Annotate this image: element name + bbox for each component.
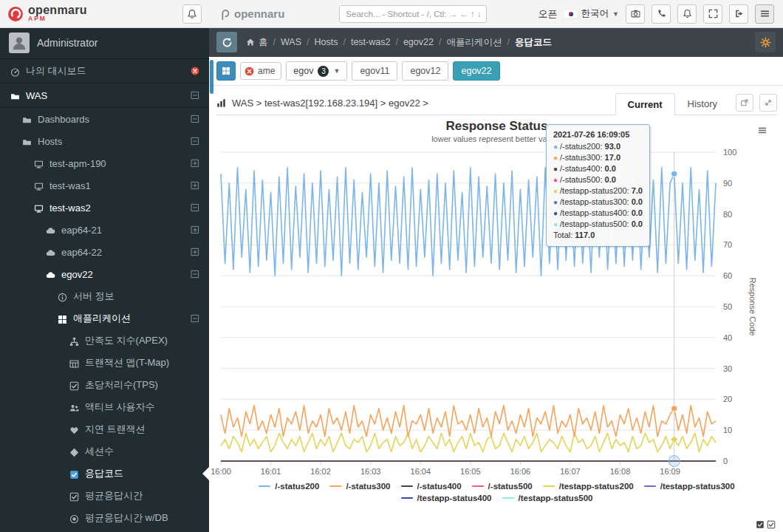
home-icon	[246, 38, 255, 47]
language-selector[interactable]: 한국어 ▼	[564, 7, 619, 20]
plus-square-icon[interactable]	[191, 225, 199, 234]
sidebar-item-만족도-지수(apex)[interactable]: 만족도 지수(APEX)	[0, 330, 209, 352]
expand-icon[interactable]	[191, 159, 199, 168]
legend-swatch	[543, 485, 555, 487]
opennaru-logo[interactable]: opennaru	[218, 7, 284, 21]
search-input[interactable]	[339, 5, 487, 23]
chart[interactable]: Response Status lower values represent b…	[216, 115, 777, 531]
notifications-button[interactable]	[677, 4, 697, 24]
breadcrumb-item-홈[interactable]: 홈	[246, 36, 268, 49]
instance-button-egov22[interactable]: egov22	[453, 61, 499, 81]
sidebar-item-label: test-was1	[49, 180, 91, 191]
collapse-icon[interactable]	[191, 203, 199, 212]
fullscreen-button[interactable]	[703, 4, 722, 24]
breadcrumb-item-egov22[interactable]: egov22	[403, 37, 434, 47]
panel-check-icon[interactable]	[756, 517, 765, 531]
breadcrumb-item-응답코드: 응답코드	[515, 36, 552, 49]
open-link[interactable]: 오픈	[538, 7, 558, 21]
legend-item--status300[interactable]: /-status300	[329, 482, 390, 491]
opennaru-logo-icon	[218, 7, 231, 21]
sidebar-item-was[interactable]: WAS	[0, 83, 209, 108]
instance-button-egov12[interactable]: egov12	[402, 61, 448, 81]
breadcrumb-item-was[interactable]: WAS	[281, 37, 301, 47]
plus-square-icon[interactable]	[191, 248, 199, 256]
legend-item--testapp-status400[interactable]: /testapp-status400	[401, 494, 492, 502]
tab-history[interactable]: History	[675, 92, 730, 115]
minus-square-icon[interactable]	[191, 270, 199, 279]
sidebar-item-서버-정보[interactable]: 서버 정보	[0, 285, 209, 307]
sidebar-item-eap64-21[interactable]: eap64-21	[0, 219, 209, 241]
tab-current[interactable]: Current	[615, 93, 675, 115]
sidebar-item-애플리케이션[interactable]: 애플리케이션	[0, 307, 209, 330]
legend-item--testapp-status200[interactable]: /testapp-status200	[543, 482, 634, 491]
sidebar-item-egov22[interactable]: egov22	[0, 263, 209, 285]
sidebar-notifications-button[interactable]	[182, 4, 202, 24]
legend-item--testapp-status300[interactable]: /testapp-status300	[644, 482, 735, 491]
sidebar-item-세션수[interactable]: 세션수	[0, 440, 209, 463]
svg-text:16:04: 16:04	[411, 467, 431, 476]
sidebar-item-나의-대시보드[interactable]: 나의 대시보드	[0, 59, 209, 83]
panel-checkbox-icon[interactable]	[767, 517, 776, 531]
openmaru-logo[interactable]: openmaru APM	[7, 5, 87, 22]
collapse-icon[interactable]	[191, 137, 199, 146]
collapse-icon[interactable]	[191, 314, 199, 323]
expand-icon[interactable]	[191, 225, 199, 234]
breadcrumb-item-hosts[interactable]: Hosts	[314, 37, 338, 47]
sidebar-item-응답코드[interactable]: 응답코드	[0, 463, 209, 485]
instance-dropdown[interactable]: egov3▼	[286, 61, 347, 81]
refresh-button[interactable]	[216, 32, 237, 52]
menu-button[interactable]	[755, 4, 774, 24]
legend-item--status500[interactable]: /-status500	[472, 482, 533, 491]
filter-chip[interactable]: ame	[240, 62, 281, 80]
collapse-icon[interactable]	[191, 91, 199, 100]
resize-button[interactable]	[759, 94, 777, 112]
minus-square-icon[interactable]	[191, 137, 199, 146]
expand-icon[interactable]	[191, 248, 199, 256]
sidebar-item-지연-트랜잭션[interactable]: 지연 트랜잭션	[0, 418, 209, 440]
minus-square-icon[interactable]	[191, 314, 199, 323]
legend-item--status400[interactable]: /-status400	[401, 482, 462, 491]
minus-square-icon[interactable]	[191, 91, 199, 100]
sidebar-item-액티브-사용자수[interactable]: 액티브 사용자수	[0, 396, 209, 418]
remove-icon[interactable]	[191, 66, 199, 75]
minus-square-icon[interactable]	[191, 203, 199, 212]
panel-path: WAS > test-was2[192.168.23.194] > egov22…	[232, 98, 428, 109]
remove-icon[interactable]	[245, 66, 254, 76]
sidebar-item-test-was1[interactable]: test-was1	[0, 174, 209, 197]
chart-menu-button[interactable]	[753, 123, 771, 137]
plus-square-icon[interactable]	[191, 159, 199, 168]
view-grid-button[interactable]	[216, 61, 236, 81]
sidebar-item-평균응답시간-w/db[interactable]: 평균응답시간 w/DB	[0, 507, 209, 529]
open-external-button[interactable]	[736, 94, 753, 112]
breadcrumb-item-test-was2[interactable]: test-was2	[351, 37, 391, 47]
collapse-icon[interactable]	[191, 270, 199, 279]
remove-chip-icon[interactable]	[245, 66, 254, 76]
legend-item--status200[interactable]: /-status200	[259, 482, 319, 491]
chart-plot[interactable]: 010203040506070809010016:0016:0116:0216:…	[216, 145, 774, 482]
gear-icon	[760, 37, 771, 48]
expand-icon[interactable]	[191, 181, 199, 190]
sidebar-item-hosts[interactable]: Hosts	[0, 130, 209, 152]
phone-button[interactable]	[652, 4, 671, 24]
settings-button[interactable]	[755, 32, 776, 52]
sidebar-item-초당처리수(tps)[interactable]: 초당처리수(TPS)	[0, 374, 209, 396]
sidebar-item-평균응답시간[interactable]: 평균응답시간	[0, 485, 209, 507]
scrollbar[interactable]	[210, 60, 213, 94]
instance-button-egov11[interactable]: egov11	[352, 61, 397, 81]
capture-button[interactable]	[626, 4, 645, 24]
logout-button[interactable]	[729, 4, 748, 24]
collapse-icon[interactable]	[191, 115, 199, 123]
remove-icon[interactable]	[191, 66, 199, 75]
minus-square-icon[interactable]	[191, 115, 199, 123]
chart-canvas[interactable]: 010203040506070809010016:0016:0116:0216:…	[216, 145, 777, 482]
sidebar-item-test-was2[interactable]: test-was2	[0, 197, 209, 219]
legend-item--testapp-status500[interactable]: /testapp-status500	[502, 494, 593, 502]
sidebar-item-eap64-22[interactable]: eap64-22	[0, 241, 209, 263]
sidebar-item-dashboards[interactable]: Dashboards	[0, 108, 209, 130]
sidebar-item-test-apm-190[interactable]: test-apm-190	[0, 152, 209, 174]
sidebar-item-트랜잭션-맵(t-map)[interactable]: 트랜잭션 맵(T-Map)	[0, 352, 209, 374]
breadcrumb-item-애플리케이션[interactable]: 애플리케이션	[446, 36, 502, 49]
plus-square-icon[interactable]	[191, 181, 199, 190]
opennaru-label: opennaru	[234, 7, 284, 20]
user-panel[interactable]: Administrator	[0, 27, 209, 59]
